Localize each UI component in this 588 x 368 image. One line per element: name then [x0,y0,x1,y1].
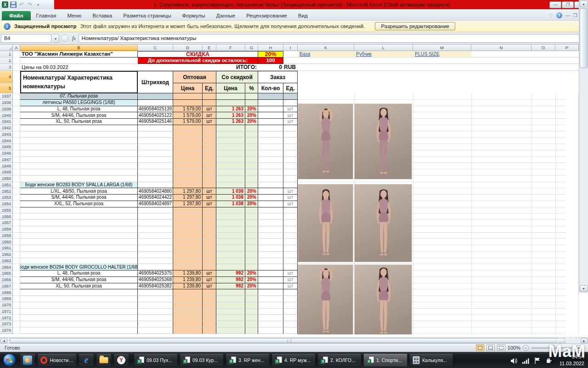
row-header[interactable]: 1955 [0,207,13,214]
cell-g[interactable] [245,220,258,226]
cell-price2-header[interactable]: Цена [216,83,245,93]
cell-d[interactable]: 1 239,80 [173,270,203,277]
cell-e[interactable] [203,144,216,150]
cell-i[interactable] [283,125,298,132]
column-header-C[interactable]: C [138,45,173,51]
cell-a[interactable] [13,157,20,163]
cell-a[interactable] [13,163,20,169]
cell-d[interactable] [173,125,203,132]
cell-i[interactable] [283,239,298,245]
cell-i[interactable] [283,252,298,258]
cell-f[interactable] [216,207,245,214]
cell-a[interactable] [13,112,20,119]
cell-i[interactable]: шт [283,188,298,195]
cell-f[interactable]: 1 038 [216,201,245,207]
cell-c[interactable] [138,328,173,334]
cell-d[interactable] [173,207,203,214]
cell-e[interactable] [203,264,216,270]
cell-d[interactable]: 1 297,80 [173,201,203,207]
cell-e[interactable]: шт [203,188,216,195]
cell-d[interactable] [173,289,203,296]
cell-f[interactable] [216,220,245,226]
cell-a[interactable] [13,207,20,214]
cell-i[interactable] [283,321,298,328]
cell-b[interactable]: 07. Пыльная роза [20,93,138,100]
cell-h[interactable] [258,283,283,290]
cell-discounted-header[interactable]: Со скидкой [216,71,258,83]
cell-h[interactable] [258,252,283,258]
cell-b[interactable] [20,321,138,328]
cell-c[interactable]: 4690584025382 [138,283,173,290]
tab-menu[interactable]: Меню [62,11,87,20]
cell-e[interactable] [203,157,216,163]
cell-c[interactable] [138,233,173,239]
cell-g[interactable] [245,176,258,182]
row-header[interactable]: 5 [0,83,13,93]
cell-b[interactable]: S/M, 44/46, Пыльная роза [20,277,138,283]
cell-i[interactable] [283,163,298,169]
cell-d[interactable] [173,309,203,315]
cell-f[interactable] [216,328,245,334]
zoom-out-icon[interactable]: − [523,345,529,351]
row-header[interactable]: 1949 [0,169,13,176]
cell-g[interactable] [245,213,258,220]
cell-d[interactable] [173,138,203,144]
cell-d[interactable]: 1 297,80 [173,188,203,195]
cell-e[interactable] [203,233,216,239]
cell-g[interactable] [245,239,258,245]
cell-barcode-header[interactable]: Штрихкод [138,71,173,93]
row-header[interactable]: 1966 [0,277,13,283]
taskbar-window-3-rp-жен-[interactable]: X3. RP жен... [226,353,270,367]
cell-e[interactable] [203,138,216,144]
column-header-E[interactable]: E [203,45,216,51]
row-header[interactable]: 1963 [0,258,13,264]
column-header-O[interactable]: O [531,45,555,51]
row-header[interactable]: 1961 [0,245,13,252]
cell-i[interactable] [283,309,298,315]
cell-c[interactable]: 4690584025375 [138,270,173,277]
qat-customize-icon[interactable]: ▾ [35,1,41,8]
cell-f[interactable] [216,302,245,309]
cell-g[interactable]: 20% [245,283,258,290]
yandex-browser-button[interactable]: Y [113,353,129,367]
column-header-L[interactable]: L [354,45,413,51]
cell-c[interactable] [138,169,173,176]
cell-e[interactable]: шт [203,195,216,201]
cell-g[interactable] [245,328,258,334]
cell-a[interactable] [13,315,20,321]
cell-i[interactable] [283,226,298,233]
cell-b[interactable]: леггинсы PA560 LEGGINGS (1/68) [20,100,138,106]
cell-a[interactable] [13,309,20,315]
row-header[interactable]: 3 [0,64,13,71]
row-header[interactable]: 1970 [0,302,13,309]
cell-b[interactable] [20,125,138,132]
taskbar-window-2-колго-[interactable]: X2. КОЛГО... [317,353,362,367]
cell-h[interactable] [258,112,283,119]
column-header-G[interactable]: G [245,45,258,51]
cell-c[interactable] [138,226,173,233]
help-icon[interactable]: ? [556,12,562,18]
cell-a[interactable] [13,106,20,113]
row-header[interactable]: 1959 [0,233,13,239]
cell-b[interactable] [20,157,138,163]
cell-e[interactable] [203,309,216,315]
cell-g[interactable] [245,321,258,328]
row-header[interactable]: 1965 [0,270,13,277]
cell-h[interactable] [258,163,283,169]
cell-f[interactable] [216,138,245,144]
cell-a[interactable] [13,328,20,334]
opera-window-button[interactable]: Новости!!... [37,353,77,367]
cell-c[interactable] [138,252,173,258]
cell-a[interactable] [13,289,20,296]
cell-c[interactable] [138,264,173,270]
zoom-slider[interactable] [531,347,573,349]
cell-h[interactable] [258,315,283,321]
column-header-I[interactable]: I [283,45,298,51]
cell-e[interactable]: шт [203,277,216,283]
cell-f[interactable] [216,252,245,258]
tab-file[interactable]: Файл [2,11,31,20]
cell-b[interactable]: Боди женское BO294 BODY GIROCOLLO HALTER… [20,264,138,270]
column-header-N[interactable]: N [471,45,531,51]
cell-i[interactable] [283,315,298,321]
cell-a[interactable] [13,296,20,302]
